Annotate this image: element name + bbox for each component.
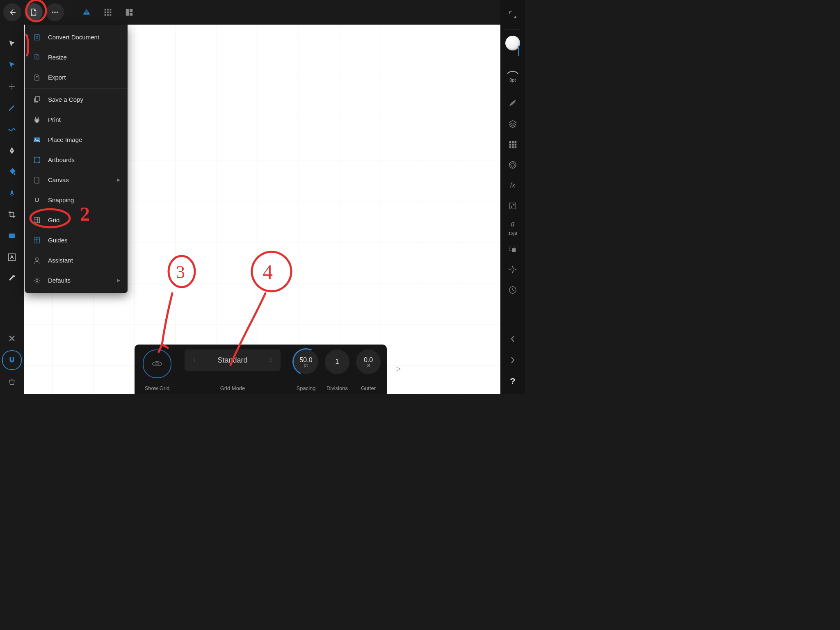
close-x-button[interactable] <box>5 331 19 345</box>
show-grid-toggle[interactable] <box>143 349 171 378</box>
brush-tool[interactable] <box>5 122 19 136</box>
svg-rect-31 <box>512 146 514 148</box>
swatches-panel-button[interactable] <box>505 137 520 152</box>
svg-rect-14 <box>110 14 112 16</box>
svg-rect-25 <box>512 141 514 143</box>
spacing-dial[interactable]: 50.0 pt <box>294 349 318 374</box>
magnet-icon <box>7 356 16 365</box>
text-panel-button[interactable]: a <box>505 219 520 228</box>
back-button[interactable] <box>3 3 21 21</box>
menu-place-image[interactable]: Place Image <box>25 130 128 150</box>
persona-button[interactable] <box>78 3 96 21</box>
node-cursor-icon <box>7 61 16 70</box>
adjustments-panel-button[interactable] <box>505 199 520 213</box>
menu-artboards[interactable]: Artboards <box>25 150 128 170</box>
crop-tool[interactable] <box>5 208 19 221</box>
snapping-toggle[interactable] <box>2 350 22 370</box>
navigator-panel-button[interactable] <box>505 262 520 277</box>
layers-icon <box>508 119 517 128</box>
point-transform-tool[interactable] <box>5 80 19 94</box>
svg-point-48 <box>35 139 36 140</box>
svg-rect-22 <box>9 234 15 238</box>
menu-print[interactable]: Print <box>25 110 128 130</box>
export-persona-button[interactable] <box>120 3 138 21</box>
grid-icon <box>32 216 41 225</box>
save-copy-icon <box>32 95 41 104</box>
svg-rect-21 <box>11 190 13 194</box>
menu-convert-document[interactable]: Convert Document <box>25 27 128 47</box>
export-icon <box>32 73 41 82</box>
menu-defaults[interactable]: Defaults▶ <box>25 270 128 290</box>
menu-guides[interactable]: Guides <box>25 230 128 250</box>
left-toolbar <box>0 25 24 394</box>
svg-rect-8 <box>110 9 112 11</box>
menu-save-a-copy[interactable]: Save a Copy <box>25 89 128 110</box>
svg-rect-30 <box>509 146 511 148</box>
svg-rect-12 <box>105 14 106 16</box>
menu-snapping[interactable]: Snapping <box>25 190 128 210</box>
svg-rect-10 <box>107 11 109 13</box>
fx-panel-button[interactable]: fx <box>505 178 520 193</box>
menu-export[interactable]: Export <box>25 67 128 87</box>
arrow-left-icon <box>8 8 17 17</box>
undo-button[interactable] <box>505 331 520 346</box>
adjustments-icon <box>508 201 517 210</box>
bucket-icon <box>7 167 16 176</box>
menu-resize[interactable]: Resize <box>25 47 128 67</box>
canvas-icon <box>32 176 41 185</box>
history-panel-button[interactable] <box>505 283 520 297</box>
text-tool[interactable] <box>5 250 19 264</box>
help-button[interactable]: ? <box>505 374 520 389</box>
svg-rect-54 <box>34 237 39 243</box>
trash-button[interactable] <box>5 375 19 389</box>
svg-rect-43 <box>36 96 40 101</box>
svg-point-5 <box>57 11 58 13</box>
convert-icon <box>32 33 41 42</box>
chevron-left-icon: 〈 <box>189 356 196 365</box>
gutter-dial[interactable]: 0.0 pt <box>356 349 381 374</box>
divisions-dial[interactable]: 1 <box>325 349 349 374</box>
cursor-icon <box>7 39 16 48</box>
redo-button[interactable] <box>505 353 520 368</box>
mic-icon <box>8 189 16 197</box>
shape-tool[interactable] <box>5 229 19 243</box>
svg-point-55 <box>36 258 39 260</box>
move-tool[interactable] <box>5 37 19 51</box>
divisions-value: 1 <box>336 358 339 365</box>
artboard-icon <box>32 155 41 164</box>
trash-icon <box>8 378 16 386</box>
corner-tool[interactable] <box>5 186 19 200</box>
pencil-tool[interactable] <box>5 101 19 115</box>
layers-panel-button[interactable] <box>505 116 520 131</box>
menu-grid[interactable]: Grid <box>25 210 128 230</box>
eyedropper-tool[interactable] <box>5 272 19 285</box>
menu-label: Save a Copy <box>48 96 83 103</box>
text-a-icon <box>7 253 16 262</box>
node-tool[interactable] <box>5 58 19 72</box>
menu-label: Snapping <box>48 196 74 203</box>
stock-panel-button[interactable] <box>505 158 520 172</box>
wave-icon <box>7 125 16 134</box>
grid-mode-selector[interactable]: 〈 Standard 〉 <box>185 349 281 371</box>
svg-rect-24 <box>509 141 511 143</box>
brush-panel-button[interactable] <box>505 96 520 111</box>
grid-mode-value: Standard <box>217 356 247 365</box>
pen-tool[interactable] <box>5 144 19 158</box>
transform-panel-button[interactable] <box>505 242 520 256</box>
menu-canvas[interactable]: Canvas▶ <box>25 170 128 190</box>
stroke-width-label: 0pt <box>509 78 516 82</box>
more-button[interactable] <box>46 3 64 21</box>
spacing-value: 50.0 <box>299 356 312 364</box>
menu-assistant[interactable]: Assistant <box>25 250 128 270</box>
pixel-grid-icon <box>103 8 112 17</box>
pixel-persona-button[interactable] <box>99 3 117 21</box>
fullscreen-button[interactable] <box>505 7 520 22</box>
fill-tool[interactable] <box>5 165 19 179</box>
chevron-right-icon: 〉 <box>269 356 276 365</box>
context-bar-next[interactable]: ▷ <box>396 365 401 372</box>
bounds-icon <box>508 244 517 253</box>
menu-label: Print <box>48 116 61 123</box>
document-menu-button[interactable] <box>25 3 43 21</box>
separator <box>69 6 69 18</box>
chevron-right-icon <box>510 356 516 365</box>
